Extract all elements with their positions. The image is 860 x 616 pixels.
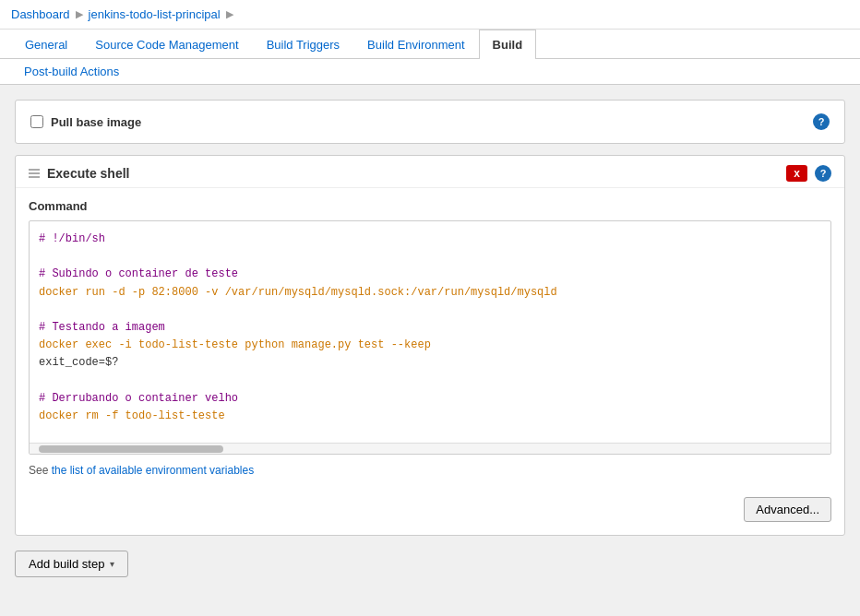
env-vars-link[interactable]: the list of available environment variab…: [52, 464, 254, 477]
drag-handle[interactable]: [29, 169, 40, 178]
advanced-button[interactable]: Advanced...: [744, 497, 831, 522]
code-scrollbar[interactable]: [30, 443, 830, 454]
code-scrollbar-thumb[interactable]: [39, 445, 223, 453]
execute-shell-body: Command # !/bin/sh # Subindo o container…: [16, 188, 844, 488]
tab-general[interactable]: General: [11, 30, 81, 59]
tabs-row2: Post-build Actions: [0, 59, 860, 85]
pull-base-image-label[interactable]: Pull base image: [30, 115, 141, 129]
add-build-step-label: Add build step: [29, 557, 104, 571]
code-editor[interactable]: # !/bin/sh # Subindo o container de test…: [29, 220, 831, 455]
env-vars-prefix: See: [29, 464, 52, 477]
execute-shell-delete-button[interactable]: x: [786, 165, 807, 182]
execute-shell-help-icon[interactable]: ?: [815, 165, 831, 182]
breadcrumb-sep-2: ▶: [226, 8, 233, 20]
pull-base-image-help-icon[interactable]: ?: [813, 113, 830, 130]
add-build-step-button[interactable]: Add build step ▾: [15, 551, 128, 577]
main-content: Pull base image ? Execute shell x ? Comm…: [0, 85, 860, 616]
code-content[interactable]: # !/bin/sh # Subindo o container de test…: [30, 221, 830, 443]
tab-post-build[interactable]: Post-build Actions: [11, 59, 132, 84]
execute-shell-header-right: x ?: [786, 165, 831, 182]
tabs-row1: General Source Code Management Build Tri…: [0, 30, 860, 59]
command-label: Command: [29, 199, 831, 213]
execute-shell-header: Execute shell x ?: [16, 156, 844, 188]
execute-shell-title: Execute shell: [47, 166, 130, 181]
tab-triggers[interactable]: Build Triggers: [253, 30, 353, 59]
pull-base-image-section: Pull base image ?: [15, 100, 845, 144]
advanced-row: Advanced...: [16, 488, 844, 535]
tab-scm[interactable]: Source Code Management: [81, 30, 252, 59]
pull-base-image-checkbox[interactable]: [30, 115, 43, 128]
breadcrumb-dashboard[interactable]: Dashboard: [11, 7, 70, 21]
pull-base-image-text: Pull base image: [51, 115, 141, 129]
execute-shell-section: Execute shell x ? Command # !/bin/sh # S…: [15, 155, 845, 536]
breadcrumb-project[interactable]: jenkins-todo-list-principal: [89, 7, 221, 21]
breadcrumb-sep-1: ▶: [76, 8, 83, 20]
env-vars-line: See the list of available environment va…: [29, 464, 831, 477]
add-build-step-arrow: ▾: [110, 559, 114, 569]
tab-environment[interactable]: Build Environment: [353, 30, 479, 59]
breadcrumb: Dashboard ▶ jenkins-todo-list-principal …: [0, 0, 860, 30]
tab-build[interactable]: Build: [479, 30, 537, 59]
